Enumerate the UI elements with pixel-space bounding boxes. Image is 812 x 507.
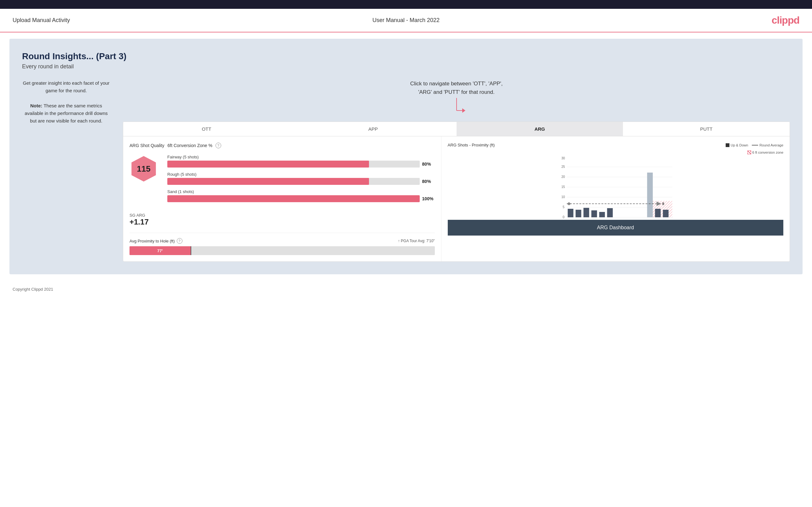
- svg-rect-25: [647, 173, 653, 217]
- bar-label-rough: Rough (5 shots): [167, 172, 435, 177]
- svg-rect-19: [567, 209, 573, 217]
- svg-rect-22: [591, 210, 597, 217]
- prox-header: Avg Proximity to Hole (ft) ? ↑ PGA Tour …: [130, 238, 435, 244]
- annotation-arrow: [447, 96, 466, 118]
- svg-rect-21: [583, 208, 589, 217]
- header-right: clippd: [537, 14, 799, 26]
- bar-pct-sand: 100%: [422, 196, 435, 201]
- main-content: Round Insights... (Part 3) Every round i…: [9, 39, 803, 274]
- svg-marker-2: [462, 108, 465, 113]
- tabs-row: OTT APP ARG PUTT: [123, 122, 790, 136]
- bar-track-rough: 80%: [167, 178, 435, 185]
- sg-label: SG ARG: [130, 213, 435, 218]
- arg-dashboard-button[interactable]: ARG Dashboard: [448, 220, 783, 235]
- svg-text:20: 20: [561, 175, 565, 178]
- right-panel: Click to navigate between 'OTT', 'APP','…: [123, 79, 790, 262]
- annotation-area: Click to navigate between 'OTT', 'APP','…: [123, 79, 790, 118]
- left-description: Get greater insight into each facet of y…: [22, 79, 110, 125]
- legend-up-down-label: Up & Down: [731, 143, 748, 147]
- bar-fill-fairway: [167, 161, 369, 168]
- tab-app[interactable]: APP: [290, 122, 457, 136]
- arrow-container: [123, 96, 790, 118]
- svg-marker-29: [566, 202, 571, 205]
- stats-header: ARG Shot Quality 6ft Conversion Zone % ?: [130, 143, 435, 148]
- stats-header-value: 6ft Conversion Zone %: [168, 143, 212, 148]
- svg-text:30: 30: [561, 157, 565, 160]
- bar-row-rough: Rough (5 shots) 80%: [167, 172, 435, 185]
- header: Upload Manual Activity User Manual - Mar…: [0, 9, 812, 33]
- content-area: Get greater insight into each facet of y…: [22, 79, 790, 262]
- svg-text:5: 5: [562, 205, 564, 209]
- bar-label-sand: Sand (1 shots): [167, 189, 435, 194]
- bar-fill-rough: [167, 178, 369, 185]
- legend-6ft: 6 ft conversion zone: [747, 151, 783, 154]
- svg-rect-24: [607, 208, 613, 217]
- legend-round-avg-label: Round Average: [759, 143, 783, 147]
- left-stats: ARG Shot Quality 6ft Conversion Zone % ?…: [123, 136, 442, 261]
- bar-bg-fairway: [167, 161, 420, 168]
- prox-label: Avg Proximity to Hole (ft) ?: [130, 238, 183, 244]
- svg-rect-26: [655, 209, 660, 217]
- legend-dashed-icon: [752, 145, 758, 146]
- bar-row-fairway: Fairway (5 shots) 80%: [167, 155, 435, 168]
- hexagon-wrapper: 115 Fairway (5 shots) 80%: [130, 155, 435, 207]
- bars-section: Fairway (5 shots) 80% Rou: [167, 155, 435, 207]
- svg-text:25: 25: [561, 165, 565, 168]
- svg-rect-27: [663, 210, 668, 217]
- user-manual-title: User Manual - March 2022: [372, 17, 440, 23]
- legend-6ft-label: 6 ft conversion zone: [753, 151, 783, 154]
- tab-arg[interactable]: ARG: [457, 122, 623, 136]
- chart-legend-second-row: 6 ft conversion zone: [448, 151, 783, 154]
- footer: Copyright Clippd 2021: [0, 281, 812, 298]
- legend-round-avg: Round Average: [752, 143, 783, 147]
- svg-text:10: 10: [561, 195, 565, 199]
- section-subtitle: Every round in detail: [22, 63, 790, 70]
- bar-track-sand: 100%: [167, 195, 435, 202]
- sg-section: SG ARG +1.17: [130, 213, 435, 226]
- bar-label-fairway: Fairway (5 shots): [167, 155, 435, 159]
- prox-bar-text: 77': [157, 248, 163, 253]
- bar-bg-rough: [167, 178, 420, 185]
- proximity-section: Avg Proximity to Hole (ft) ? ↑ PGA Tour …: [130, 233, 435, 255]
- upload-title: Upload Manual Activity: [13, 17, 70, 23]
- right-chart: ARG Shots - Proximity (ft) Up & Down Rou…: [442, 136, 790, 261]
- bar-pct-fairway: 80%: [422, 162, 435, 167]
- help-icon-prox[interactable]: ?: [177, 238, 183, 244]
- card-body: ARG Shot Quality 6ft Conversion Zone % ?…: [123, 136, 790, 261]
- tab-ott[interactable]: OTT: [123, 122, 290, 136]
- hexagon: 115: [130, 155, 158, 183]
- prox-avg: ↑ PGA Tour Avg: 7'10": [398, 239, 435, 243]
- svg-rect-23: [599, 212, 605, 217]
- header-left: Upload Manual Activity: [13, 17, 275, 23]
- clippd-logo: clippd: [772, 14, 799, 26]
- stats-header-label: ARG Shot Quality: [130, 143, 164, 148]
- prox-bar-track: 77': [130, 246, 435, 255]
- annotation-text: Click to navigate between 'OTT', 'APP','…: [123, 79, 790, 96]
- svg-text:0: 0: [562, 215, 564, 219]
- sg-value: +1.17: [130, 218, 435, 226]
- desc-text: Get greater insight into each facet of y…: [22, 79, 110, 125]
- copyright: Copyright Clippd 2021: [13, 287, 53, 292]
- svg-text:8: 8: [662, 202, 664, 206]
- bar-row-sand: Sand (1 shots) 100%: [167, 189, 435, 202]
- chart-legend: Up & Down Round Average: [726, 143, 783, 147]
- chart-title: ARG Shots - Proximity (ft): [448, 143, 495, 148]
- prox-cursor: [191, 246, 191, 255]
- prox-bar-fill: 77': [130, 246, 191, 255]
- top-bar: [0, 0, 812, 9]
- header-center: User Manual - March 2022: [275, 17, 537, 23]
- section-title: Round Insights... (Part 3): [22, 51, 790, 61]
- tab-putt[interactable]: PUTT: [623, 122, 790, 136]
- section-heading: Round Insights... (Part 3) Every round i…: [22, 51, 790, 70]
- desc-note: Note:: [30, 103, 42, 108]
- desc-main: Get greater insight into each facet of y…: [23, 80, 109, 93]
- chart-area: 0 5 10 15 20 25 30: [448, 157, 783, 220]
- chart-header: ARG Shots - Proximity (ft) Up & Down Rou…: [448, 143, 783, 148]
- bar-pct-rough: 80%: [422, 179, 435, 184]
- bar-fill-sand: [167, 195, 420, 202]
- bar-bg-sand: [167, 195, 420, 202]
- legend-up-down: Up & Down: [726, 143, 748, 147]
- legend-sq-icon: [726, 143, 729, 147]
- help-icon-quality[interactable]: ?: [215, 143, 221, 148]
- dashboard-card: OTT APP ARG PUTT ARG Shot Quality 6ft Co…: [123, 122, 790, 262]
